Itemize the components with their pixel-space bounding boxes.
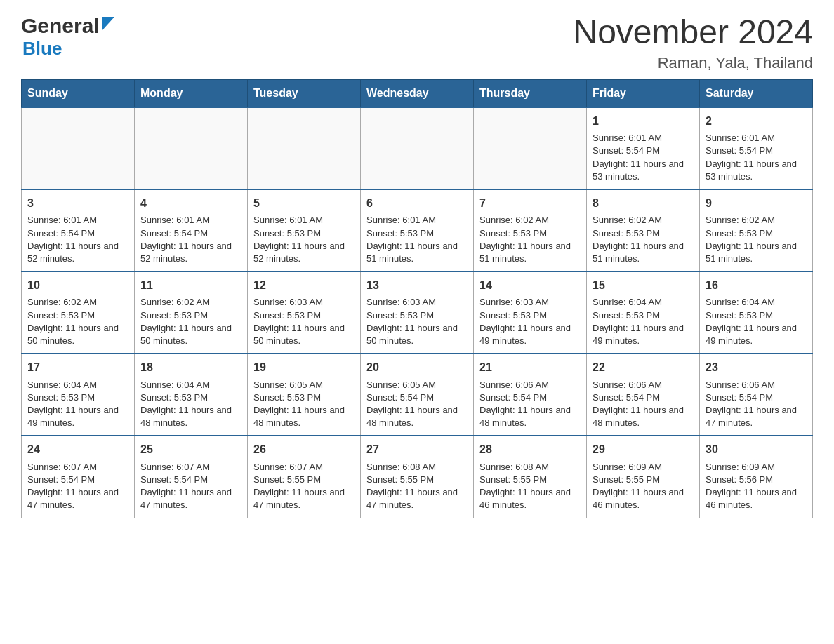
day-info: Sunrise: 6:07 AM Sunset: 5:54 PM Dayligh… xyxy=(140,461,241,512)
logo-blue-text: Blue xyxy=(22,38,62,59)
day-header-monday: Monday xyxy=(135,79,248,107)
calendar-cell xyxy=(474,107,587,189)
day-number: 4 xyxy=(140,196,241,211)
calendar-cell: 4Sunrise: 6:01 AM Sunset: 5:54 PM Daylig… xyxy=(135,189,248,271)
day-number: 11 xyxy=(140,278,241,293)
day-number: 21 xyxy=(479,360,581,375)
calendar-cell: 30Sunrise: 6:09 AM Sunset: 5:56 PM Dayli… xyxy=(700,436,813,518)
calendar-cell xyxy=(361,107,474,189)
day-number: 18 xyxy=(140,360,241,375)
day-header-saturday: Saturday xyxy=(700,79,813,107)
calendar-cell: 13Sunrise: 6:03 AM Sunset: 5:53 PM Dayli… xyxy=(361,271,474,354)
day-header-tuesday: Tuesday xyxy=(248,79,361,107)
week-row-3: 10Sunrise: 6:02 AM Sunset: 5:53 PM Dayli… xyxy=(22,271,813,354)
day-info: Sunrise: 6:01 AM Sunset: 5:54 PM Dayligh… xyxy=(27,214,128,265)
day-number: 27 xyxy=(366,442,468,457)
calendar-cell: 19Sunrise: 6:05 AM Sunset: 5:53 PM Dayli… xyxy=(248,354,361,436)
day-number: 2 xyxy=(706,114,807,129)
calendar-cell xyxy=(135,107,248,189)
day-info: Sunrise: 6:06 AM Sunset: 5:54 PM Dayligh… xyxy=(479,379,581,430)
day-header-friday: Friday xyxy=(587,79,700,107)
day-info: Sunrise: 6:01 AM Sunset: 5:54 PM Dayligh… xyxy=(706,132,807,183)
calendar-cell xyxy=(248,107,361,189)
day-header-wednesday: Wednesday xyxy=(361,79,474,107)
calendar-cell: 9Sunrise: 6:02 AM Sunset: 5:53 PM Daylig… xyxy=(700,189,813,271)
day-info: Sunrise: 6:02 AM Sunset: 5:53 PM Dayligh… xyxy=(140,296,241,347)
calendar-cell: 12Sunrise: 6:03 AM Sunset: 5:53 PM Dayli… xyxy=(248,271,361,354)
day-number: 23 xyxy=(706,360,807,375)
day-number: 10 xyxy=(27,278,128,293)
day-number: 25 xyxy=(140,442,241,457)
calendar-cell: 3Sunrise: 6:01 AM Sunset: 5:54 PM Daylig… xyxy=(22,189,135,271)
logo-general-text: General xyxy=(21,14,100,38)
day-info: Sunrise: 6:01 AM Sunset: 5:53 PM Dayligh… xyxy=(253,214,355,265)
calendar-cell: 25Sunrise: 6:07 AM Sunset: 5:54 PM Dayli… xyxy=(135,436,248,518)
day-info: Sunrise: 6:03 AM Sunset: 5:53 PM Dayligh… xyxy=(253,296,355,347)
calendar-cell: 20Sunrise: 6:05 AM Sunset: 5:54 PM Dayli… xyxy=(361,354,474,436)
day-number: 29 xyxy=(593,442,694,457)
day-info: Sunrise: 6:05 AM Sunset: 5:54 PM Dayligh… xyxy=(366,379,468,430)
calendar-cell: 7Sunrise: 6:02 AM Sunset: 5:53 PM Daylig… xyxy=(474,189,587,271)
calendar-header-row: SundayMondayTuesdayWednesdayThursdayFrid… xyxy=(22,79,813,107)
calendar-cell: 23Sunrise: 6:06 AM Sunset: 5:54 PM Dayli… xyxy=(700,354,813,436)
calendar-cell: 14Sunrise: 6:03 AM Sunset: 5:53 PM Dayli… xyxy=(474,271,587,354)
day-info: Sunrise: 6:02 AM Sunset: 5:53 PM Dayligh… xyxy=(27,296,128,347)
week-row-4: 17Sunrise: 6:04 AM Sunset: 5:53 PM Dayli… xyxy=(22,354,813,436)
day-info: Sunrise: 6:02 AM Sunset: 5:53 PM Dayligh… xyxy=(479,214,581,265)
day-info: Sunrise: 6:02 AM Sunset: 5:53 PM Dayligh… xyxy=(593,214,694,265)
day-info: Sunrise: 6:06 AM Sunset: 5:54 PM Dayligh… xyxy=(593,379,694,430)
day-number: 5 xyxy=(253,196,355,211)
page-header: General Blue November 2024 Raman, Yala, … xyxy=(21,14,813,72)
day-info: Sunrise: 6:05 AM Sunset: 5:53 PM Dayligh… xyxy=(253,379,355,430)
day-number: 22 xyxy=(593,360,694,375)
day-info: Sunrise: 6:02 AM Sunset: 5:53 PM Dayligh… xyxy=(706,214,807,265)
week-row-1: 1Sunrise: 6:01 AM Sunset: 5:54 PM Daylig… xyxy=(22,107,813,189)
day-number: 1 xyxy=(593,114,694,129)
day-number: 12 xyxy=(253,278,355,293)
calendar-cell: 6Sunrise: 6:01 AM Sunset: 5:53 PM Daylig… xyxy=(361,189,474,271)
day-number: 6 xyxy=(366,196,468,211)
calendar-cell xyxy=(22,107,135,189)
day-header-thursday: Thursday xyxy=(474,79,587,107)
day-info: Sunrise: 6:03 AM Sunset: 5:53 PM Dayligh… xyxy=(366,296,468,347)
calendar-cell: 28Sunrise: 6:08 AM Sunset: 5:55 PM Dayli… xyxy=(474,436,587,518)
calendar-cell: 18Sunrise: 6:04 AM Sunset: 5:53 PM Dayli… xyxy=(135,354,248,436)
calendar-cell: 22Sunrise: 6:06 AM Sunset: 5:54 PM Dayli… xyxy=(587,354,700,436)
calendar-cell: 21Sunrise: 6:06 AM Sunset: 5:54 PM Dayli… xyxy=(474,354,587,436)
calendar-cell: 26Sunrise: 6:07 AM Sunset: 5:55 PM Dayli… xyxy=(248,436,361,518)
day-info: Sunrise: 6:01 AM Sunset: 5:54 PM Dayligh… xyxy=(140,214,241,265)
day-info: Sunrise: 6:07 AM Sunset: 5:54 PM Dayligh… xyxy=(27,461,128,512)
day-header-sunday: Sunday xyxy=(22,79,135,107)
calendar-cell: 15Sunrise: 6:04 AM Sunset: 5:53 PM Dayli… xyxy=(587,271,700,354)
day-number: 26 xyxy=(253,442,355,457)
day-number: 28 xyxy=(479,442,581,457)
day-number: 13 xyxy=(366,278,468,293)
week-row-2: 3Sunrise: 6:01 AM Sunset: 5:54 PM Daylig… xyxy=(22,189,813,271)
day-number: 19 xyxy=(253,360,355,375)
day-info: Sunrise: 6:04 AM Sunset: 5:53 PM Dayligh… xyxy=(140,379,241,430)
day-info: Sunrise: 6:07 AM Sunset: 5:55 PM Dayligh… xyxy=(253,461,355,512)
calendar-cell: 27Sunrise: 6:08 AM Sunset: 5:55 PM Dayli… xyxy=(361,436,474,518)
day-info: Sunrise: 6:04 AM Sunset: 5:53 PM Dayligh… xyxy=(706,296,807,347)
calendar-cell: 5Sunrise: 6:01 AM Sunset: 5:53 PM Daylig… xyxy=(248,189,361,271)
month-title: November 2024 xyxy=(573,14,813,51)
calendar-cell: 17Sunrise: 6:04 AM Sunset: 5:53 PM Dayli… xyxy=(22,354,135,436)
calendar-cell: 10Sunrise: 6:02 AM Sunset: 5:53 PM Dayli… xyxy=(22,271,135,354)
day-number: 16 xyxy=(706,278,807,293)
calendar-cell: 1Sunrise: 6:01 AM Sunset: 5:54 PM Daylig… xyxy=(587,107,700,189)
day-number: 20 xyxy=(366,360,468,375)
calendar-cell: 2Sunrise: 6:01 AM Sunset: 5:54 PM Daylig… xyxy=(700,107,813,189)
day-info: Sunrise: 6:08 AM Sunset: 5:55 PM Dayligh… xyxy=(479,461,581,512)
logo-triangle-icon xyxy=(102,17,114,31)
logo: General Blue xyxy=(21,14,114,60)
calendar-cell: 16Sunrise: 6:04 AM Sunset: 5:53 PM Dayli… xyxy=(700,271,813,354)
day-number: 9 xyxy=(706,196,807,211)
day-info: Sunrise: 6:03 AM Sunset: 5:53 PM Dayligh… xyxy=(479,296,581,347)
day-info: Sunrise: 6:09 AM Sunset: 5:56 PM Dayligh… xyxy=(706,461,807,512)
day-number: 24 xyxy=(27,442,128,457)
calendar-cell: 29Sunrise: 6:09 AM Sunset: 5:55 PM Dayli… xyxy=(587,436,700,518)
day-number: 30 xyxy=(706,442,807,457)
day-info: Sunrise: 6:06 AM Sunset: 5:54 PM Dayligh… xyxy=(706,379,807,430)
calendar-table: SundayMondayTuesdayWednesdayThursdayFrid… xyxy=(21,79,813,518)
calendar-cell: 11Sunrise: 6:02 AM Sunset: 5:53 PM Dayli… xyxy=(135,271,248,354)
